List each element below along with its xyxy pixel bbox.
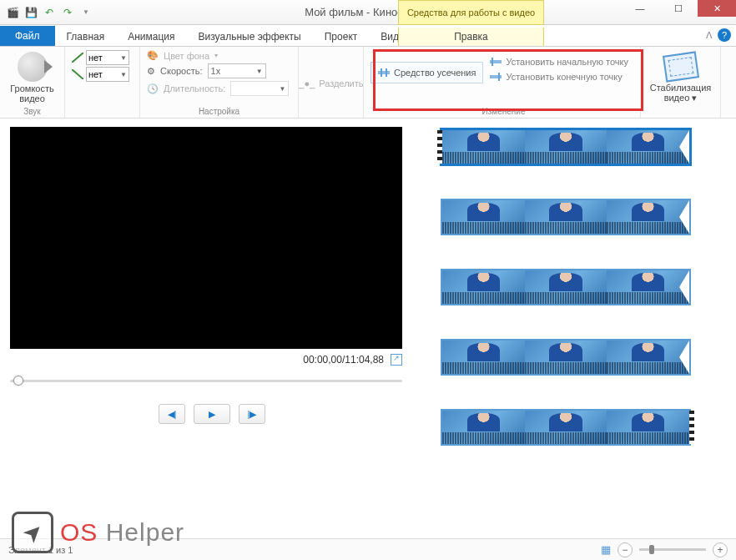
trim-button[interactable]: Средство усечения <box>371 62 483 83</box>
clip-2[interactable] <box>441 199 691 235</box>
slider-thumb[interactable] <box>13 376 23 386</box>
tab-edit[interactable]: Правка <box>398 28 544 46</box>
maximize-button[interactable]: ☐ <box>659 0 698 17</box>
minimize-button[interactable]: — <box>621 0 659 17</box>
clip-thumb <box>442 130 525 164</box>
close-button[interactable]: ✕ <box>698 0 736 17</box>
quick-access-toolbar: 🎬 💾 ↶ ↷ ▼ <box>0 5 98 20</box>
chevron-down-icon: ▾ <box>214 52 218 59</box>
time-row: 00:00,00/11:04,88 <box>10 354 402 366</box>
zoom-thumb[interactable] <box>649 545 654 554</box>
set-start-button[interactable]: Установить начальную точку <box>490 57 628 67</box>
stabilization-label[interactable]: Стабилизация видео ▾ <box>650 83 712 103</box>
fade-out-combo[interactable]: нет▼ <box>86 67 129 82</box>
start-point-icon <box>490 58 502 66</box>
split-icon: ⎯●⎯ <box>299 78 316 88</box>
fade-out-icon <box>72 69 83 79</box>
save-icon[interactable]: 💾 <box>23 5 38 20</box>
group-label-stab <box>679 105 682 116</box>
clip-5[interactable] <box>441 409 691 446</box>
clip-thumb <box>607 130 689 164</box>
duration-label: Длительность: <box>164 83 225 93</box>
prev-frame-button[interactable]: ◀| <box>159 404 185 424</box>
set-end-button[interactable]: Установить конечную точку <box>490 72 628 82</box>
timeline-pane[interactable] <box>424 119 736 529</box>
group-label-settings: Настройка <box>147 105 291 116</box>
speed-icon: ⚙ <box>147 66 155 77</box>
clip-thumb <box>607 270 689 304</box>
clip-thumb <box>442 341 525 374</box>
cursor-box-icon: ➤ <box>12 512 53 553</box>
watermark-text: OS Helper <box>60 518 184 547</box>
tab-project[interactable]: Проект <box>313 28 370 46</box>
ribbon-tabs: Файл Главная Анимация Визуальные эффекты… <box>0 25 736 47</box>
zoom-out-button[interactable]: − <box>618 542 633 557</box>
bg-color-label: Цвет фона <box>164 51 209 61</box>
tab-animation[interactable]: Анимация <box>116 28 186 46</box>
fade-group: нет▼ нет▼ <box>65 47 140 118</box>
split-button[interactable]: ⎯●⎯ Разделить <box>299 78 364 88</box>
fade-in-combo[interactable]: нет▼ <box>86 50 129 65</box>
window-controls: — ☐ ✕ <box>621 0 736 17</box>
video-preview[interactable] <box>10 127 402 349</box>
time-display: 00:00,00/11:04,88 <box>303 354 384 366</box>
playback-controls: ◀| ▶ |▶ <box>10 404 414 424</box>
group-label-sound: Звук <box>23 105 41 116</box>
clip-thumb <box>442 270 525 304</box>
volume-label: Громкость видео <box>10 83 53 103</box>
clip-thumb <box>525 341 607 374</box>
clip-thumb <box>607 341 689 374</box>
seek-slider[interactable] <box>10 372 402 389</box>
clip-arrow-icon <box>679 200 689 234</box>
settings-group: 🎨Цвет фона▾ ⚙Скорость: 1x▼ 🕓Длительность… <box>140 47 299 118</box>
ribbon-collapse-icon[interactable]: ᐱ <box>706 30 713 41</box>
clip-thumb <box>442 411 525 444</box>
fullscreen-icon[interactable] <box>391 354 402 366</box>
svg-rect-0 <box>378 71 390 74</box>
fade-in-icon <box>72 53 83 63</box>
clip-thumb <box>525 270 607 304</box>
qat-dropdown-icon[interactable]: ▼ <box>78 5 93 20</box>
thumbnails-icon[interactable]: ▦ <box>601 543 611 556</box>
stabilization-icon[interactable] <box>662 51 698 82</box>
zoom-slider[interactable] <box>639 548 706 551</box>
clip-4[interactable] <box>441 339 691 376</box>
volume-icon[interactable] <box>18 52 48 82</box>
svg-rect-2 <box>386 68 387 77</box>
tab-file[interactable]: Файл <box>0 26 55 46</box>
next-frame-button[interactable]: |▶ <box>239 404 265 424</box>
chevron-down-icon: ▼ <box>120 54 127 62</box>
wm-os: OS <box>60 518 98 546</box>
svg-rect-6 <box>498 73 500 81</box>
watermark: ➤ OS Helper <box>12 512 184 553</box>
undo-icon[interactable]: ↶ <box>42 5 57 20</box>
chevron-down-icon: ▼ <box>256 68 263 75</box>
zoom-controls: ▦ − + <box>601 542 728 557</box>
zoom-in-button[interactable]: + <box>713 542 728 557</box>
chevron-down-icon: ▼ <box>120 71 127 78</box>
app-icon: 🎬 <box>5 5 20 20</box>
tab-vfx[interactable]: Визуальные эффекты <box>187 28 313 46</box>
split-label: Разделить <box>319 78 363 88</box>
speed-combo[interactable]: 1x▼ <box>208 63 266 78</box>
set-start-label: Установить начальную точку <box>506 57 628 67</box>
titlebar: 🎬 💾 ↶ ↷ ▼ Мой фильм - Киностудия Средств… <box>0 0 736 25</box>
stabilization-group: Стабилизация видео ▾ <box>641 47 721 118</box>
fade-out-value: нет <box>88 69 103 79</box>
clip-1[interactable] <box>441 129 691 165</box>
trim-icon <box>378 68 390 77</box>
clip-arrow-icon <box>679 270 689 304</box>
speed-value: 1x <box>211 66 221 76</box>
main-area: 00:00,00/11:04,88 ◀| ▶ |▶ <box>0 119 736 529</box>
help-icon[interactable]: ? <box>718 28 731 42</box>
redo-icon[interactable]: ↷ <box>60 5 75 20</box>
play-button[interactable]: ▶ <box>194 404 230 424</box>
edit-group: Средство усечения Установить начальную т… <box>364 47 641 118</box>
context-tab-title: Средства для работы с видео <box>398 0 544 25</box>
wm-helper: Helper <box>98 518 184 546</box>
clip-3[interactable] <box>441 269 691 305</box>
duration-combo[interactable]: ▼ <box>230 81 289 96</box>
clock-icon: 🕓 <box>147 83 159 94</box>
tab-home[interactable]: Главная <box>55 28 117 46</box>
group-label-sound2 <box>72 105 133 116</box>
